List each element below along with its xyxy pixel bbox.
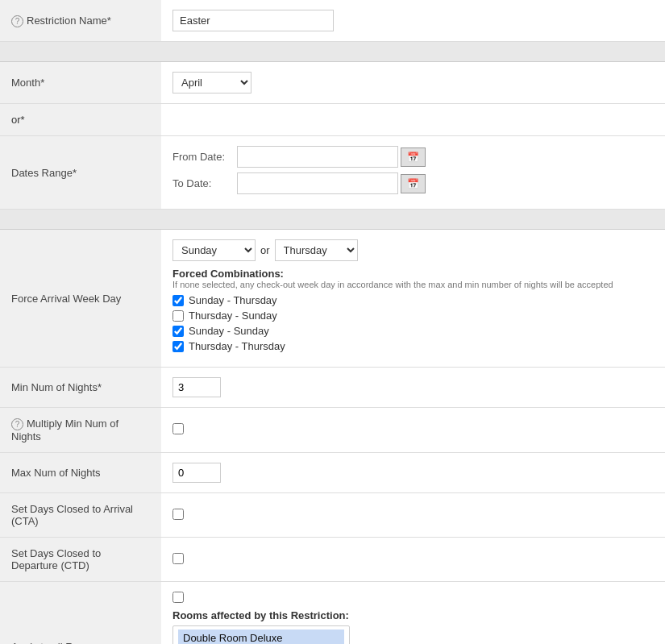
min-nights-value-cell [161,368,665,408]
restriction-name-value-cell [161,0,665,42]
forced-combinations: Forced Combinations: If none selected, a… [172,268,654,352]
multiply-min-nights-help-icon[interactable]: ? [11,418,23,430]
combo-checkbox-0[interactable] [172,295,184,306]
multiply-min-nights-label: ?Multiply Min Num of Nights [0,408,161,453]
combo-label-0: Sunday - Thursday [189,294,277,306]
to-date-calendar-button[interactable]: 📅 [401,174,426,193]
multiply-min-nights-value-cell [161,408,665,453]
dates-range-label: Dates Range* [0,136,161,210]
ctd-value-cell [161,538,665,582]
combo-item-1: Thursday - Sunday [172,310,654,322]
combo-checkbox-2[interactable] [172,326,184,337]
arrival-day-selectors: Sunday Monday Tuesday Wednesday Thursday… [172,239,654,261]
multiply-min-nights-checkbox[interactable] [172,423,184,434]
cta-label: Set Days Closed to Arrival (CTA) [0,493,161,538]
min-nights-label: Min Num of Nights* [0,368,161,408]
month-select[interactable]: January February March April May June Ju… [172,72,251,93]
spacer-1 [0,42,665,62]
force-arrival-value-cell: Sunday Monday Tuesday Wednesday Thursday… [161,230,665,368]
combo-checkbox-3[interactable] [172,341,184,352]
from-date-calendar-button[interactable]: 📅 [401,147,426,167]
from-date-label: From Date: [172,151,237,163]
combo-label-3: Thursday - Thursday [189,340,285,352]
restriction-name-help-icon[interactable]: ? [11,15,23,27]
apply-rooms-value-cell: Rooms affected by this Restriction: Doub… [161,582,665,645]
to-date-row: To Date: 📅 [172,172,654,194]
max-nights-label: Max Num of Nights [0,453,161,493]
ctd-label: Set Days Closed to Departure (CTD) [0,538,161,582]
combo-item-2: Sunday - Sunday [172,325,654,337]
dates-range-value-cell: From Date: 📅 To Date: 📅 [161,136,665,210]
arrival-day2-select[interactable]: Sunday Monday Tuesday Wednesday Thursday… [275,239,358,261]
apply-rooms-label: Apply to all Rooms [0,582,161,645]
apply-rooms-row: Apply to all Rooms Rooms affected by thi… [0,582,665,645]
forced-combinations-hint: If none selected, any check-out week day… [172,280,654,289]
arrival-or-label: or [260,244,270,256]
combo-label-1: Thursday - Sunday [189,310,277,322]
to-date-label: To Date: [172,177,237,189]
arrival-day1-select[interactable]: Sunday Monday Tuesday Wednesday Thursday… [172,239,256,261]
ctd-checkbox[interactable] [172,553,184,564]
min-nights-row: Min Num of Nights* [0,368,665,408]
max-nights-row: Max Num of Nights [0,453,665,493]
month-row: Month* January February March April May … [0,62,665,104]
rooms-list[interactable]: Double Room Deluxe Double Room Standard … [172,625,350,644]
or-label: or* [0,104,161,136]
apply-rooms-checkbox[interactable] [172,592,184,603]
room-option-0[interactable]: Double Room Deluxe [178,629,344,644]
cta-checkbox[interactable] [172,509,184,520]
combo-label-2: Sunday - Sunday [189,325,269,337]
multiply-min-nights-row: ?Multiply Min Num of Nights [0,408,665,453]
restriction-name-row: ?Restriction Name* [0,0,665,42]
max-nights-value-cell [161,453,665,493]
from-date-input[interactable] [237,146,398,168]
ctd-row: Set Days Closed to Departure (CTD) [0,538,665,582]
restriction-name-input[interactable] [172,10,334,31]
from-date-row: From Date: 📅 [172,146,654,168]
to-date-input[interactable] [237,172,398,194]
combo-item-3: Thursday - Thursday [172,340,654,352]
forced-combinations-title: Forced Combinations: [172,268,654,280]
combo-item-0: Sunday - Thursday [172,294,654,306]
restriction-name-label: ?Restriction Name* [0,0,161,42]
force-arrival-row: Force Arrival Week Day Sunday Monday Tue… [0,230,665,368]
cta-row: Set Days Closed to Arrival (CTA) [0,493,665,538]
month-label: Month* [0,62,161,104]
combo-checkbox-1[interactable] [172,310,184,322]
or-row: or* [0,104,665,136]
dates-range-row: Dates Range* From Date: 📅 To Date: 📅 [0,136,665,210]
month-value-cell: January February March April May June Ju… [161,62,665,104]
restriction-form: ?Restriction Name* Month* January Februa… [0,0,665,644]
max-nights-input[interactable] [172,463,221,483]
spacer-2 [0,210,665,230]
rooms-affected-label: Rooms affected by this Restriction: [172,609,654,621]
force-arrival-label: Force Arrival Week Day [0,230,161,368]
min-nights-input[interactable] [172,377,221,397]
cta-value-cell [161,493,665,538]
